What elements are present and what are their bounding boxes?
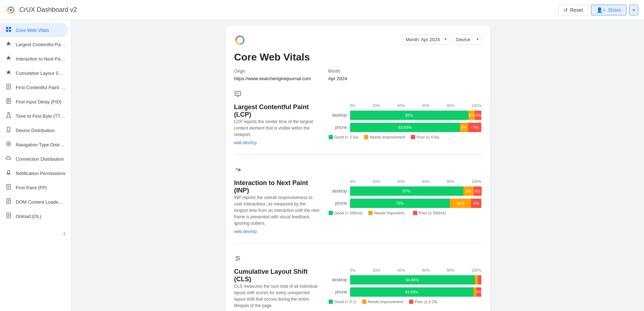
bar-label: phone bbox=[329, 290, 347, 295]
axis-label: 80% bbox=[447, 268, 454, 272]
device-select[interactable]: Device desktop phone bbox=[452, 34, 482, 45]
axis-label: 100% bbox=[471, 268, 481, 272]
sidebar-item-fp[interactable]: First Paint (FP) bbox=[0, 180, 71, 195]
month-select[interactable]: Month: Apr 2024 bbox=[402, 34, 449, 45]
legend-color bbox=[329, 300, 333, 304]
sidebar-item-fid[interactable]: First Input Delay (FID) bbox=[0, 94, 71, 109]
bar-needs: 5% bbox=[468, 111, 475, 120]
sidebar-item-label-ttfb: Time to First Byte (TTFB) bbox=[16, 113, 65, 119]
sidebar-item-device[interactable]: Device Distribution bbox=[0, 123, 71, 137]
legend-item: Poor (≥ 500ms) bbox=[413, 211, 446, 215]
sidebar-item-label-fcp: First Contentful Paint (F... bbox=[16, 85, 65, 90]
dashboard-card: Month: Apr 2024 Device desktop phone Cor… bbox=[226, 26, 490, 311]
bar-good: 94.88% bbox=[350, 275, 475, 285]
metric-body-cls: Cumulative Layout Shift (CLS)CLS measure… bbox=[234, 268, 482, 311]
device-icon bbox=[6, 127, 11, 134]
metric-desc-lcp: LCP reports the render time of the large… bbox=[234, 118, 320, 138]
sidebar-item-dcl[interactable]: DOM Content Loaded (... bbox=[0, 195, 71, 209]
sidebar-item-label-inp: Interaction to Next Pain... bbox=[16, 56, 65, 62]
section-divider bbox=[234, 243, 482, 243]
metric-desc-inp: INP reports the overall responsiveness t… bbox=[234, 194, 320, 227]
bar-container: 87%8%6% bbox=[350, 186, 482, 196]
origin-label: Origin bbox=[234, 69, 311, 74]
month-select-wrap: Month: Apr 2024 bbox=[402, 34, 449, 45]
reset-icon: ↺ bbox=[564, 7, 568, 13]
legend-color bbox=[368, 211, 373, 215]
legend-item: Good (< 0.1) bbox=[329, 300, 357, 304]
star-icon bbox=[6, 41, 11, 48]
card-header: Month: Apr 2024 Device desktop phone bbox=[234, 34, 482, 46]
dashboard-title: Core Web Vitals bbox=[234, 52, 482, 63]
metric-chart-lcp: 0%20%40%60%80%100%desktop90%5%5%phone83.… bbox=[329, 103, 482, 146]
legend-item: Poor (≥ 0.25) bbox=[409, 300, 438, 304]
legend-label: Poor (≥ 500ms) bbox=[419, 211, 446, 215]
sidebar-item-inp[interactable]: Interaction to Next Pain... bbox=[0, 52, 71, 66]
axis-label: 20% bbox=[373, 268, 380, 272]
bar-good: 90% bbox=[350, 111, 468, 120]
sidebar-item-core-web-vitals[interactable]: Core Web Vitals bbox=[0, 23, 68, 37]
month-meta: Month Apr 2024 bbox=[328, 69, 347, 82]
legend-label: Poor (≥ 0.25) bbox=[415, 300, 438, 304]
svg-rect-4 bbox=[6, 30, 8, 32]
cloud-icon bbox=[6, 155, 11, 162]
metric-chart-cls: 0%20%40%60%80%100%desktop94.88%phone93.9… bbox=[329, 268, 482, 311]
bar-poor: 5% bbox=[475, 111, 481, 120]
sidebar-item-conn[interactable]: Connection Distribution bbox=[0, 152, 71, 166]
bar-needs bbox=[475, 275, 478, 285]
sidebar-item-notif[interactable]: Notification Permissions bbox=[0, 166, 71, 180]
sidebar-item-label-cls: Cumulative Layout Shift... bbox=[16, 71, 65, 76]
axis-label: 80% bbox=[447, 179, 454, 184]
sidebar-item-onload[interactable]: Onload (OL) bbox=[0, 209, 71, 223]
flask-icon bbox=[6, 112, 11, 120]
metric-link-inp[interactable]: web.dev/inp bbox=[234, 229, 257, 234]
metric-header-lcp bbox=[234, 90, 482, 99]
sidebar-item-label-dcl: DOM Content Loaded (... bbox=[16, 199, 65, 205]
month-label: Month bbox=[328, 69, 347, 74]
origin-meta: Origin https://www.searchenginejournal.c… bbox=[234, 69, 311, 82]
lcp-metric-icon bbox=[234, 90, 241, 99]
legend-item: Good (< 200ms) bbox=[329, 211, 363, 215]
sidebar: Core Web Vitals Largest Contentful Pain.… bbox=[0, 20, 72, 311]
notif-icon bbox=[6, 170, 11, 177]
bar-good: 87% bbox=[350, 186, 463, 196]
metric-title-cls: Cumulative Layout Shift (CLS) bbox=[234, 268, 320, 283]
bar-container: 76%16%8% bbox=[350, 199, 482, 208]
bar-needs: 16% bbox=[450, 199, 471, 208]
legend-color bbox=[409, 300, 413, 304]
sidebar-item-lcp[interactable]: Largest Contentful Pain... bbox=[0, 37, 71, 52]
axis-label: 0% bbox=[350, 268, 356, 272]
legend-item: Poor (≥ 4.0s) bbox=[411, 135, 439, 139]
svg-marker-6 bbox=[6, 41, 11, 46]
metric-body-inp: Interaction to Next Paint (INP)INP repor… bbox=[234, 179, 482, 234]
svg-rect-2 bbox=[6, 27, 8, 29]
device-select-wrap: Device desktop phone bbox=[452, 34, 482, 45]
bar-row: phone83.69%6%~7% bbox=[329, 123, 482, 132]
axis-label: 0% bbox=[350, 179, 356, 184]
share-label: Share bbox=[608, 7, 621, 13]
share-icon: 👤+ bbox=[596, 7, 605, 13]
sidebar-item-label-device: Device Distribution bbox=[16, 128, 54, 133]
legend-inp: Good (< 200ms)Needs Improvem...Poor (≥ 5… bbox=[329, 211, 482, 215]
reset-button[interactable]: ↺ Reset bbox=[558, 5, 589, 15]
bar-container: 93.99%4% bbox=[350, 287, 482, 297]
doc-line-icon bbox=[6, 98, 11, 105]
topbar-right: ↺ Reset 👤+ Share ▾ bbox=[558, 5, 638, 15]
bar-poor: 4% bbox=[476, 287, 482, 297]
bar-row: desktop90%5%5% bbox=[329, 111, 482, 120]
share-button[interactable]: 👤+ Share bbox=[591, 5, 626, 15]
google-logo bbox=[234, 34, 246, 46]
sidebar-collapse-button[interactable]: ‹ bbox=[0, 226, 71, 241]
metric-link-lcp[interactable]: web.dev/lcp bbox=[234, 140, 257, 145]
sidebar-item-cls[interactable]: Cumulative Layout Shift... bbox=[0, 66, 71, 80]
sidebar-item-nav[interactable]: Navigation Type Distrib... bbox=[0, 137, 71, 152]
sidebar-item-label-notif: Notification Permissions bbox=[16, 171, 65, 176]
nav-icon bbox=[6, 141, 11, 148]
metric-header-inp bbox=[234, 166, 482, 175]
legend-color bbox=[329, 211, 333, 215]
sidebar-item-fcp[interactable]: First Contentful Paint (F... bbox=[0, 80, 71, 94]
share-dropdown-button[interactable]: ▾ bbox=[629, 5, 638, 15]
sidebar-item-ttfb[interactable]: Time to First Byte (TTFB) bbox=[0, 109, 71, 123]
legend-color bbox=[329, 135, 333, 139]
svg-marker-8 bbox=[6, 70, 11, 74]
sidebar-item-label-nav: Navigation Type Distrib... bbox=[16, 142, 65, 147]
